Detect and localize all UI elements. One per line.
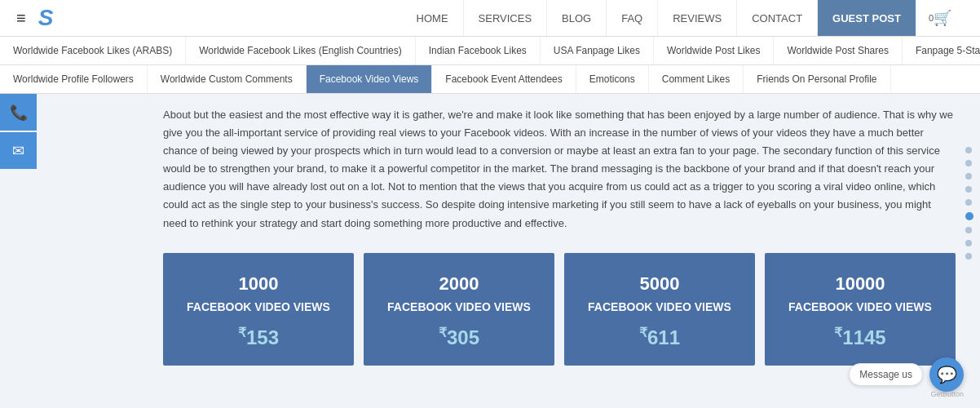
product-card-2[interactable]: 2000 FACEBOOK VIDEO VIEWS ₹305 (364, 253, 554, 366)
card-price: ₹305 (376, 325, 542, 349)
tab-worldwide-custom-comments[interactable]: Worldwide Custom Comments (148, 65, 307, 93)
tab-facebook-event-attendees[interactable]: Facebook Event Attendees (432, 65, 576, 93)
scroll-dot-9[interactable] (965, 253, 972, 259)
sidebar-buttons: 📞 ✉ (0, 94, 37, 169)
header: ≡ S HOMESERVICESBLOGFAQREVIEWSCONTACTGUE… (0, 0, 980, 37)
card-quantity: 10000 (777, 273, 943, 295)
cart-area[interactable]: 0 🛒 (916, 9, 964, 27)
email-button[interactable]: ✉ (0, 132, 37, 169)
tab-worldwide-post-shares[interactable]: Worldwide Post Shares (774, 37, 903, 64)
cart-icon: 🛒 (934, 9, 951, 27)
scroll-dot-5[interactable] (965, 199, 972, 206)
nav-item-services[interactable]: SERVICES (464, 0, 548, 36)
card-label: FACEBOOK VIDEO VIEWS (376, 299, 542, 316)
card-quantity: 5000 (576, 273, 743, 295)
nav-item-contact[interactable]: CONTACT (737, 0, 818, 36)
scroll-dot-6[interactable] (965, 212, 973, 220)
card-quantity: 1000 (175, 273, 342, 295)
tabs-row1: Worldwide Facebook Likes (ARABS)Worldwid… (0, 37, 980, 65)
chatbot-area: Message us 💬 GetButton (849, 357, 964, 374)
scroll-dot-3[interactable] (965, 173, 972, 180)
cards-row: 1000 FACEBOOK VIDEO VIEWS ₹153 2000 FACE… (163, 253, 956, 366)
body-text: About but the easiest and the most effec… (163, 102, 956, 233)
phone-icon: 📞 (10, 104, 28, 122)
card-price: ₹153 (175, 325, 342, 349)
tab-usa-fanpage-likes[interactable]: USA Fanpage Likes (541, 37, 654, 64)
scroll-dot-7[interactable] (965, 227, 972, 233)
tab-comment-likes[interactable]: Comment Likes (649, 65, 744, 93)
tab-fanpage-5-star-ratings[interactable]: Fanpage 5-Star Ratings (903, 37, 980, 64)
tab-friends-on-personal-profile[interactable]: Friends On Personal Profile (744, 65, 890, 93)
scroll-dot-4[interactable] (965, 186, 972, 193)
main-content: 📞 ✉ About but the easiest and the most e… (0, 94, 980, 374)
card-quantity: 2000 (376, 273, 542, 295)
phone-button[interactable]: 📞 (0, 94, 37, 131)
card-label: FACEBOOK VIDEO VIEWS (777, 299, 943, 316)
nav-item-home[interactable]: HOME (402, 0, 464, 36)
nav-item-faq[interactable]: FAQ (607, 0, 658, 36)
product-card-3[interactable]: 5000 FACEBOOK VIDEO VIEWS ₹611 (564, 253, 755, 366)
site-logo[interactable]: S (38, 5, 54, 31)
card-price: ₹611 (576, 325, 743, 349)
scroll-dot-2[interactable] (965, 160, 972, 166)
card-label: FACEBOOK VIDEO VIEWS (175, 299, 342, 316)
message-us-bubble[interactable]: Message us (849, 363, 923, 374)
nav-item-reviews[interactable]: REVIEWS (658, 0, 737, 36)
tab-worldwide-profile-followers[interactable]: Worldwide Profile Followers (0, 65, 148, 93)
card-label: FACEBOOK VIDEO VIEWS (576, 299, 743, 316)
nav-item-blog[interactable]: BLOG (547, 0, 607, 36)
tab-indian-facebook-likes[interactable]: Indian Facebook Likes (416, 37, 541, 64)
right-dots (965, 147, 973, 259)
scroll-dot-8[interactable] (965, 240, 972, 246)
chat-icon: 💬 (937, 365, 957, 374)
product-card-4[interactable]: 10000 FACEBOOK VIDEO VIEWS ₹1145 (765, 253, 956, 366)
tab-emoticons[interactable]: Emoticons (576, 65, 649, 93)
chat-button[interactable]: 💬 (929, 357, 964, 374)
hamburger-menu[interactable]: ≡ (16, 9, 26, 28)
scroll-dot-1[interactable] (965, 147, 972, 153)
email-icon: ✉ (12, 142, 24, 160)
main-nav: HOMESERVICESBLOGFAQREVIEWSCONTACTGUEST P… (402, 0, 916, 36)
product-card-1[interactable]: 1000 FACEBOOK VIDEO VIEWS ₹153 (163, 253, 354, 366)
card-price: ₹1145 (777, 325, 943, 349)
tab-facebook-video-views[interactable]: Facebook Video Views (307, 65, 433, 93)
nav-item-guest-post[interactable]: GUEST POST (818, 0, 916, 36)
tab-worldwide-facebook-likes-(arabs)[interactable]: Worldwide Facebook Likes (ARABS) (0, 37, 186, 64)
tab-worldwide-post-likes[interactable]: Worldwide Post Likes (654, 37, 775, 64)
tabs-row2: Worldwide Profile FollowersWorldwide Cus… (0, 65, 980, 94)
tab-worldwide-facebook-likes-(english-countries)[interactable]: Worldwide Facebook Likes (English Countr… (186, 37, 416, 64)
